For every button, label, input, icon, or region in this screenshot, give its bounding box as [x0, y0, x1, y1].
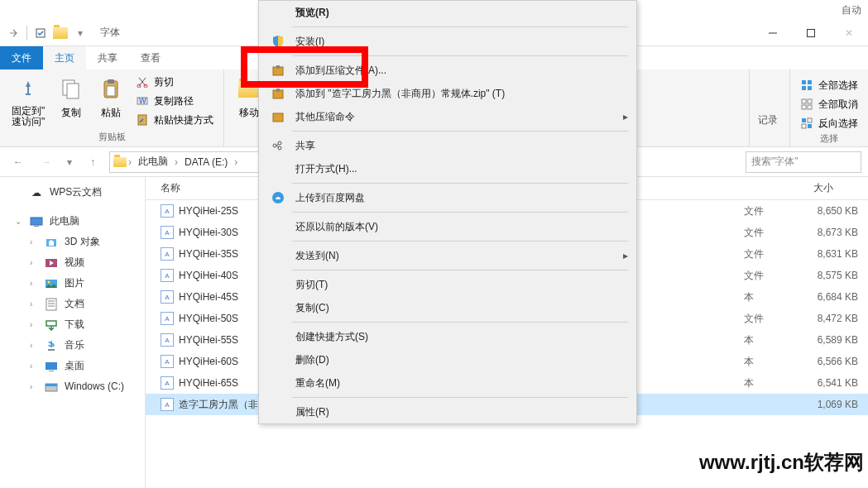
svg-rect-38: [49, 371, 54, 371]
qat-arrow-icon[interactable]: [4, 24, 22, 42]
menu-restore[interactable]: 还原以前的版本(V): [259, 215, 636, 238]
nav-recent-button[interactable]: ▾: [63, 151, 76, 174]
tab-home[interactable]: 主页: [43, 46, 86, 69]
maximize-button[interactable]: [792, 20, 830, 46]
crumb-drive[interactable]: DATA (E:): [180, 156, 233, 168]
crumb-thispc[interactable]: 此电脑: [133, 155, 173, 169]
sidebar-icon: [45, 256, 58, 270]
selectnone-button[interactable]: 全部取消: [797, 95, 861, 113]
sidebar-wps[interactable]: ☁WPS云文档: [0, 182, 145, 203]
submenu-arrow-icon: ▸: [623, 250, 628, 261]
font-file-icon: A: [161, 376, 174, 390]
minimize-button[interactable]: [754, 20, 792, 46]
sidebar: ☁WPS云文档 ⌄此电脑 ›3D 对象›视频›图片›文档›下载›音乐›桌面›Wi…: [0, 177, 146, 488]
selectall-icon: [800, 79, 813, 92]
menu-uploadbaidu[interactable]: 上传到百度网盘: [259, 186, 636, 209]
nav-up-button[interactable]: ↑: [81, 151, 104, 174]
pc-icon: [30, 215, 43, 228]
nav-forward-button[interactable]: →: [35, 151, 58, 174]
font-file-icon: A: [161, 290, 174, 304]
paste-button[interactable]: 粘贴: [93, 73, 129, 123]
svg-rect-7: [107, 86, 115, 96]
sidebar-icon: [45, 360, 58, 373]
search-input[interactable]: 搜索"字体": [746, 151, 861, 173]
tab-file[interactable]: 文件: [0, 46, 43, 69]
shield-icon: [271, 34, 285, 49]
menu-sendto[interactable]: 发送到(N)▸: [259, 244, 636, 267]
sidebar-item[interactable]: ›3D 对象: [0, 232, 145, 252]
auto-label: 自动: [842, 3, 861, 17]
sidebar-thispc[interactable]: ⌄此电脑: [0, 211, 145, 232]
copypath-icon: w: [136, 94, 149, 108]
clipboard-group-label: 剪贴板: [7, 131, 217, 145]
menu-openwith[interactable]: 打开方式(H)...: [259, 157, 636, 180]
svg-rect-42: [276, 65, 280, 69]
sidebar-icon: [45, 298, 58, 311]
menu-createshortcut[interactable]: 创建快捷方式(S): [259, 325, 636, 348]
menu-preview[interactable]: 预览(R): [259, 1, 636, 24]
font-file-icon: A: [161, 269, 174, 282]
sidebar-item[interactable]: ›Windows (C:): [0, 376, 145, 396]
compress-icon: [271, 109, 285, 124]
svg-rect-19: [802, 105, 806, 109]
menu-rename[interactable]: 重命名(M): [259, 371, 636, 395]
cut-button[interactable]: 剪切: [132, 73, 217, 91]
qat-check-icon[interactable]: [31, 24, 50, 42]
zip-icon: [271, 86, 285, 101]
menu-install[interactable]: 安装(I): [259, 30, 636, 53]
col-header-size[interactable]: 大小: [769, 181, 868, 195]
pasteshortcut-button[interactable]: 粘贴快捷方式: [132, 111, 217, 129]
svg-rect-18: [808, 99, 812, 103]
tab-share[interactable]: 共享: [86, 46, 129, 69]
select-group-label: 选择: [797, 132, 861, 146]
baidu-icon: [271, 190, 285, 205]
selectall-button[interactable]: 全部选择: [797, 76, 861, 94]
menu-delete[interactable]: 删除(D): [259, 348, 636, 371]
context-menu: 预览(R) 安装(I) 添加到压缩文件(A)... 添加到 "造字工房力黑（非商…: [258, 0, 637, 424]
pasteshortcut-icon: [136, 113, 149, 127]
menu-share[interactable]: 共享: [259, 134, 636, 157]
sidebar-item[interactable]: ›文档: [0, 294, 145, 314]
nav-back-button[interactable]: ←: [7, 151, 30, 174]
menu-addzip[interactable]: 添加到 "造字工房力黑（非商用）常规体.zip" (T): [259, 82, 636, 105]
svg-rect-15: [802, 86, 806, 90]
selectnone-icon: [800, 98, 813, 111]
qat-overflow-icon[interactable]: ▾: [71, 24, 89, 42]
sidebar-item[interactable]: ›图片: [0, 273, 145, 294]
sidebar-icon: [45, 339, 58, 352]
sidebar-icon: [45, 277, 58, 290]
svg-rect-6: [108, 79, 114, 84]
submenu-arrow-icon: ▸: [623, 111, 628, 122]
pin-icon: [15, 76, 41, 103]
close-button[interactable]: ✕: [830, 20, 868, 46]
menu-othercompress[interactable]: 其他压缩命令▸: [259, 105, 636, 128]
svg-rect-20: [808, 105, 812, 109]
font-file-icon: A: [161, 355, 174, 368]
font-file-icon: A: [161, 247, 174, 261]
sidebar-icon: [45, 380, 58, 393]
svg-rect-26: [34, 226, 39, 227]
cut-icon: [136, 75, 149, 89]
sidebar-item[interactable]: ›下载: [0, 314, 145, 335]
menu-copy[interactable]: 复制(C): [259, 296, 636, 319]
svg-rect-32: [46, 299, 56, 310]
sidebar-item[interactable]: ›桌面: [0, 356, 145, 376]
qat-folder-icon[interactable]: [51, 24, 70, 42]
share-icon: [271, 138, 285, 153]
window-title: 字体: [100, 26, 120, 40]
menu-addarchive[interactable]: 添加到压缩文件(A)...: [259, 59, 636, 82]
font-file-icon: A: [161, 312, 174, 325]
sidebar-icon: [45, 318, 58, 332]
copypath-button[interactable]: w复制路径: [132, 92, 217, 110]
sidebar-item[interactable]: ›音乐: [0, 335, 145, 356]
svg-text:w: w: [138, 95, 146, 106]
menu-properties[interactable]: 属性(R): [259, 400, 636, 423]
menu-cut[interactable]: 剪切(T): [259, 273, 636, 296]
svg-rect-21: [802, 118, 806, 122]
tab-view[interactable]: 查看: [129, 46, 172, 69]
pin-button[interactable]: 固定到"速访问": [7, 73, 50, 131]
svg-rect-23: [802, 124, 806, 128]
selectinvert-button[interactable]: 反向选择: [797, 114, 861, 132]
copy-button[interactable]: 复制: [53, 73, 89, 123]
sidebar-item[interactable]: ›视频: [0, 252, 145, 273]
